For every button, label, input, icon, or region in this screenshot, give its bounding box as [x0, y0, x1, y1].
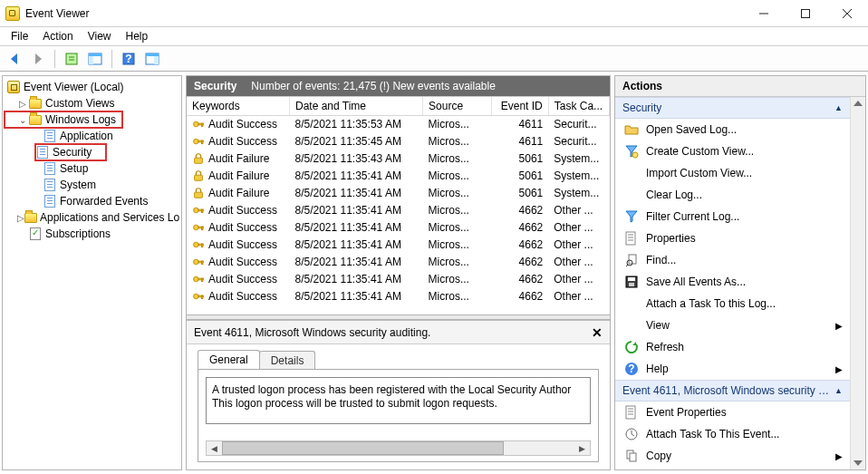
toolbar-panes-button[interactable] [84, 49, 106, 69]
toolbar-properties-button[interactable] [61, 49, 82, 69]
table-row[interactable]: Audit Success8/5/2021 11:35:41 AMMicros.… [187, 202, 610, 219]
row-taskcat: Other ... [548, 202, 609, 219]
row-source: Micros... [423, 288, 492, 305]
tree-subscriptions[interactable]: Subscriptions [5, 226, 179, 242]
tab-details[interactable]: Details [259, 351, 316, 370]
nav-back-button[interactable] [4, 49, 25, 69]
svg-point-22 [194, 225, 199, 230]
action-clear-log[interactable]: Clear Log... [615, 184, 850, 206]
action-import-custom-view[interactable]: Import Custom View... [615, 162, 850, 184]
svg-rect-15 [202, 140, 203, 144]
toolbar-help-button[interactable]: ? [118, 49, 140, 69]
detail-line2: This logon process will be trusted to su… [212, 397, 584, 411]
tree-custom-views[interactable]: ▷ Custom Views [5, 95, 179, 111]
table-row[interactable]: Audit Success8/5/2021 11:35:45 AMMicros.… [187, 133, 610, 150]
row-eventid: 4662 [491, 202, 548, 219]
collapse-icon[interactable]: ▲ [834, 103, 843, 112]
table-row[interactable]: Audit Failure8/5/2021 11:35:41 AMMicros.… [187, 168, 610, 185]
action-event-properties[interactable]: Event Properties [615, 401, 850, 423]
action-save-all-events[interactable]: Save All Events As... [615, 271, 850, 293]
maximize-button[interactable] [785, 0, 826, 27]
row-datetime: 8/5/2021 11:35:41 AM [289, 168, 422, 185]
collapse-icon[interactable]: ▲ [834, 386, 843, 395]
event-list[interactable]: Keywords Date and Time Source Event ID T… [187, 96, 610, 314]
col-datetime[interactable]: Date and Time [289, 97, 422, 116]
blank-icon [624, 296, 639, 311]
row-eventid: 5061 [491, 150, 548, 168]
tree-forwarded-events[interactable]: Forwarded Events [5, 193, 179, 209]
action-help[interactable]: ? Help ▶ [615, 358, 850, 380]
row-taskcat: Other ... [548, 254, 609, 271]
table-row[interactable]: Audit Success8/5/2021 11:35:41 AMMicros.… [187, 219, 610, 237]
properties-icon [624, 405, 639, 420]
col-taskcat[interactable]: Task Ca... [548, 97, 609, 116]
row-eventid: 4611 [491, 133, 548, 150]
row-eventid: 4662 [491, 254, 548, 271]
col-source[interactable]: Source [423, 97, 492, 116]
tree-security[interactable]: Security [35, 144, 106, 160]
menu-action[interactable]: Action [37, 28, 78, 44]
lock-icon [192, 187, 205, 199]
folder-icon [24, 210, 37, 225]
action-properties[interactable]: Properties [615, 227, 850, 249]
tree-apps-services[interactable]: ▷ Applications and Services Lo [5, 209, 179, 226]
scroll-right-icon[interactable]: ▶ [574, 441, 590, 455]
nav-forward-button[interactable] [27, 49, 49, 69]
table-row[interactable]: Audit Success8/5/2021 11:35:41 AMMicros.… [187, 271, 610, 288]
tree-application[interactable]: Application [5, 128, 179, 144]
tree-setup[interactable]: Setup [5, 160, 179, 177]
svg-rect-9 [154, 56, 159, 64]
actions-scrollbar[interactable] [850, 97, 865, 469]
action-attach-task-event[interactable]: Attach Task To This Event... [615, 423, 850, 445]
col-keywords[interactable]: Keywords [187, 97, 289, 116]
help-icon: ? [624, 362, 639, 376]
menu-help[interactable]: Help [121, 28, 154, 44]
action-refresh-label: Refresh [646, 341, 684, 353]
action-open-saved-log[interactable]: Open Saved Log... [615, 119, 850, 140]
tree-windows-logs-label: Windows Logs [45, 113, 116, 126]
log-icon [43, 194, 57, 208]
key-icon [192, 290, 205, 303]
svg-rect-4 [89, 56, 93, 64]
action-filter-current-log[interactable]: Filter Current Log... [615, 206, 850, 227]
detail-scrollbar[interactable]: ◀ ▶ [206, 440, 591, 456]
scroll-thumb[interactable] [222, 441, 504, 455]
log-pane: Security Number of events: 21,475 (!) Ne… [186, 75, 611, 470]
action-view-submenu[interactable]: View ▶ [615, 314, 850, 336]
table-row[interactable]: Audit Failure8/5/2021 11:35:43 AMMicros.… [187, 150, 610, 168]
table-row[interactable]: Audit Success8/5/2021 11:35:41 AMMicros.… [187, 254, 610, 271]
menu-file[interactable]: File [5, 28, 34, 44]
action-view-label: View [646, 319, 670, 332]
action-find[interactable]: Find... [615, 249, 850, 271]
tree-root[interactable]: Event Viewer (Local) [5, 79, 179, 95]
collapse-icon[interactable]: ⌄ [17, 115, 28, 125]
expand-icon[interactable]: ▷ [17, 99, 28, 109]
menu-view[interactable]: View [82, 28, 117, 44]
folder-icon [28, 96, 43, 111]
expand-icon[interactable]: ▷ [17, 213, 24, 223]
action-create-custom-view-label: Create Custom View... [646, 145, 754, 158]
toolbar-layout-button[interactable] [141, 49, 163, 69]
tab-general[interactable]: General [198, 350, 260, 369]
tree-windows-logs[interactable]: ⌄ Windows Logs [5, 111, 122, 128]
row-source: Micros... [423, 185, 492, 202]
tree-root-label: Event Viewer (Local) [24, 81, 124, 93]
actions-group-security[interactable]: Security ▲ [615, 97, 850, 119]
svg-rect-30 [202, 261, 203, 265]
close-detail-icon[interactable]: ✕ [592, 325, 603, 340]
table-row[interactable]: Audit Failure8/5/2021 11:35:41 AMMicros.… [187, 185, 610, 202]
close-button[interactable] [826, 0, 868, 27]
action-create-custom-view[interactable]: Create Custom View... [615, 140, 850, 162]
action-refresh[interactable]: Refresh [615, 336, 850, 358]
minimize-button[interactable] [743, 0, 785, 27]
scroll-left-icon[interactable]: ◀ [207, 441, 222, 455]
detail-line1: A trusted logon process has been registe… [212, 383, 584, 397]
table-row[interactable]: Audit Success8/5/2021 11:35:41 AMMicros.… [187, 237, 610, 254]
tree-system[interactable]: System [5, 177, 179, 193]
action-copy[interactable]: Copy ▶ [615, 445, 850, 467]
col-eventid[interactable]: Event ID [491, 97, 548, 116]
table-row[interactable]: Audit Success8/5/2021 11:35:41 AMMicros.… [187, 288, 610, 305]
action-attach-task-log[interactable]: Attach a Task To this Log... [615, 293, 850, 314]
actions-group-event[interactable]: Event 4611, Microsoft Windows security a… [615, 380, 850, 401]
table-row[interactable]: Audit Success8/5/2021 11:35:53 AMMicros.… [187, 116, 610, 133]
